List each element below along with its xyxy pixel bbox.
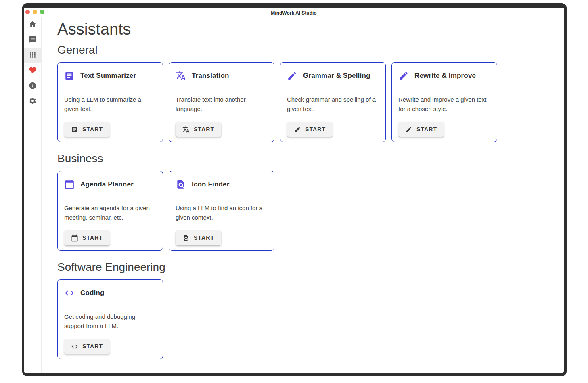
- start-button-label: START: [82, 234, 103, 242]
- card-title: Grammar & Spelling: [303, 72, 370, 80]
- assistant-section: General Text Summarizer Using a LLM to s…: [57, 43, 556, 142]
- sidebar-item-chat[interactable]: [24, 33, 41, 48]
- calendar-icon: [64, 179, 75, 190]
- assistant-card: Rewrite & Improve Rewrite and improve a …: [391, 62, 497, 142]
- card-title: Rewrite & Improve: [414, 72, 476, 80]
- card-header: Agenda Planner: [64, 179, 156, 190]
- section-title: Software Engineering: [57, 260, 556, 274]
- assistant-card: Icon Finder Using a LLM to find an icon …: [169, 171, 274, 251]
- translate-icon: [176, 71, 186, 81]
- sidebar-item-settings[interactable]: [24, 94, 41, 109]
- article-icon: [71, 126, 78, 133]
- sidebar-item-assistants[interactable]: [24, 48, 41, 63]
- card-title: Text Summarizer: [80, 72, 136, 80]
- start-button[interactable]: START: [64, 122, 110, 137]
- card-description: Get coding and debugging support from a …: [64, 312, 156, 331]
- card-row: Text Summarizer Using a LLM to summarize…: [57, 62, 556, 142]
- start-button-label: START: [416, 126, 437, 133]
- start-button[interactable]: START: [176, 230, 221, 245]
- start-button[interactable]: START: [64, 339, 110, 354]
- zoom-button[interactable]: [40, 10, 44, 14]
- start-button-label: START: [305, 126, 326, 133]
- sidebar-item-favorites[interactable]: [24, 63, 41, 79]
- home-icon: [29, 20, 37, 28]
- card-header: Rewrite & Improve: [398, 71, 490, 81]
- card-title: Coding: [80, 289, 105, 297]
- chat-icon: [29, 36, 37, 44]
- card-row: Coding Get coding and debugging support …: [57, 279, 556, 359]
- start-button[interactable]: START: [64, 230, 110, 245]
- find-in-page-icon: [182, 234, 190, 242]
- main-content: Assistants General Text Summarizer Using…: [42, 17, 564, 373]
- calendar-icon: [71, 234, 78, 242]
- window-body: Assistants General Text Summarizer Using…: [24, 17, 564, 373]
- code-icon: [64, 288, 75, 298]
- card-title: Icon Finder: [192, 180, 230, 188]
- minimize-button[interactable]: [33, 10, 37, 14]
- sidebar-item-home[interactable]: [24, 17, 41, 33]
- traffic-lights: [25, 10, 44, 14]
- section-title: Business: [57, 152, 556, 165]
- sidebar: [24, 17, 42, 373]
- edit-pencil-icon: [287, 71, 297, 81]
- translate-icon: [182, 126, 190, 133]
- card-description: Check grammar and spelling of a given te…: [287, 95, 379, 113]
- start-button-label: START: [194, 126, 214, 133]
- close-button[interactable]: [25, 10, 30, 14]
- assistant-section: Business Agenda Planner Generate an agen…: [57, 152, 556, 251]
- start-button-label: START: [82, 126, 103, 133]
- card-header: Icon Finder: [176, 179, 268, 190]
- assistant-section: Software Engineering Coding Get coding a…: [57, 260, 556, 359]
- find-in-page-icon: [176, 179, 186, 190]
- card-header: Coding: [64, 288, 156, 298]
- heart-icon: [29, 66, 37, 74]
- start-button[interactable]: START: [176, 122, 221, 137]
- titlebar: MindWork AI Studio: [24, 8, 564, 17]
- sections-container: General Text Summarizer Using a LLM to s…: [57, 43, 556, 359]
- card-header: Translation: [176, 71, 268, 81]
- edit-pencil-icon: [405, 126, 412, 133]
- start-button[interactable]: START: [287, 122, 333, 137]
- article-icon: [64, 71, 75, 81]
- card-row: Agenda Planner Generate an agenda for a …: [57, 171, 556, 251]
- card-title: Agenda Planner: [80, 180, 134, 188]
- section-title: General: [57, 43, 556, 57]
- assistant-card: Text Summarizer Using a LLM to summarize…: [57, 62, 163, 142]
- card-header: Text Summarizer: [64, 71, 156, 81]
- page-title: Assistants: [57, 20, 556, 38]
- app-window: MindWork AI Studio Assistants General Te…: [22, 3, 567, 376]
- window-title: MindWork AI Studio: [24, 8, 564, 17]
- card-description: Using a LLM to find an icon for a given …: [176, 203, 268, 222]
- assistant-card: Agenda Planner Generate an agenda for a …: [57, 171, 163, 251]
- assistant-card: Coding Get coding and debugging support …: [57, 279, 163, 359]
- card-description: Generate an agenda for a given meeting, …: [64, 203, 156, 222]
- card-header: Grammar & Spelling: [287, 71, 379, 81]
- card-description: Rewrite and improve a given text for a c…: [398, 95, 490, 113]
- card-description: Translate text into another language.: [176, 95, 268, 113]
- card-title: Translation: [192, 72, 229, 80]
- start-button-label: START: [82, 343, 103, 350]
- apps-grid-icon: [29, 51, 37, 59]
- info-icon: [29, 82, 37, 90]
- start-button[interactable]: START: [398, 122, 444, 137]
- start-button-label: START: [194, 234, 214, 242]
- assistant-card: Translation Translate text into another …: [169, 62, 274, 142]
- edit-pencil-icon: [294, 126, 301, 133]
- card-description: Using a LLM to summarize a given text.: [64, 95, 156, 113]
- edit-pencil-icon: [398, 71, 409, 81]
- code-icon: [71, 343, 78, 350]
- gear-icon: [29, 97, 37, 105]
- sidebar-item-about[interactable]: [24, 79, 41, 94]
- assistant-card: Grammar & Spelling Check grammar and spe…: [280, 62, 386, 142]
